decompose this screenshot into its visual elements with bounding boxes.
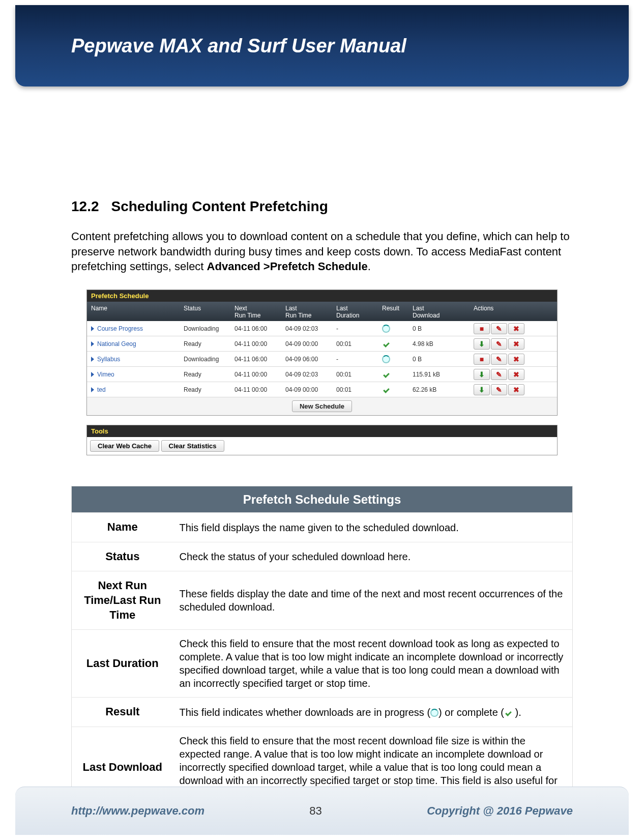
delete-button[interactable]: ✖ (508, 369, 524, 380)
tools-title: Tools (87, 425, 557, 437)
table-header-row: Name Status Next Run Time Last Run Time … (87, 302, 557, 321)
settings-row-runtime: Next Run Time/Last Run Time These fields… (72, 571, 573, 630)
delete-button[interactable]: ✖ (508, 354, 524, 365)
section-heading: 12.2Scheduling Content Prefetching (71, 198, 573, 215)
result-desc-pre: This field indicates whether downloads a… (180, 707, 431, 718)
delete-button[interactable]: ✖ (508, 384, 524, 395)
settings-desc: Check this field to ensure that the most… (173, 630, 573, 698)
settings-label: Next Run Time/Last Run Time (72, 571, 173, 630)
row-name-link[interactable]: National Geog (87, 340, 184, 347)
settings-label: Name (72, 513, 173, 542)
page-content: 12.2Scheduling Content Prefetching Conte… (0, 86, 644, 808)
stop-button[interactable]: ■ (474, 323, 490, 334)
table-row: tedReady04-11 00:0004-09 00:0000:0162.26… (87, 382, 557, 397)
row-status: Downloading (184, 356, 235, 363)
row-last-run: 04-09 02:03 (285, 325, 336, 332)
row-result (382, 340, 413, 348)
manual-title: Pepwave MAX and Surf User Manual (71, 35, 406, 57)
row-status: Downloading (184, 325, 235, 332)
table-row: VimeoReady04-11 00:0004-09 02:0300:01115… (87, 367, 557, 382)
expand-icon[interactable] (91, 387, 94, 392)
download-button[interactable]: ⬇ (474, 369, 490, 380)
delete-button[interactable]: ✖ (508, 338, 524, 350)
page-header: Pepwave MAX and Surf User Manual (15, 5, 629, 86)
col-status: Status (184, 305, 235, 319)
row-actions: ■✎✖ (474, 323, 540, 334)
panel-title: Prefetch Schedule (87, 290, 557, 302)
settings-table: Prefetch Schedule Settings Name This fie… (71, 486, 573, 808)
settings-desc: This field displays the name given to th… (173, 513, 573, 542)
new-schedule-row: New Schedule (87, 397, 557, 415)
row-last-download: 62.26 kB (413, 386, 474, 393)
row-result (382, 370, 413, 379)
col-last-download: Last Download (413, 305, 474, 319)
row-last-run: 04-09 06:00 (285, 356, 336, 363)
table-row: Course ProgressDownloading04-11 06:0004-… (87, 321, 557, 336)
stop-button[interactable]: ■ (474, 354, 490, 365)
row-duration: - (336, 325, 382, 332)
row-name-link[interactable]: ted (87, 386, 184, 393)
download-button[interactable]: ⬇ (474, 338, 490, 350)
in-progress-icon (430, 709, 438, 717)
row-duration: 00:01 (336, 340, 382, 347)
expand-icon[interactable] (91, 357, 94, 362)
col-last-run: Last Run Time (285, 305, 336, 319)
complete-icon (382, 340, 390, 348)
row-last-download: 115.91 kB (413, 371, 474, 378)
section-intro: Content prefetching allows you to downlo… (71, 229, 573, 274)
row-result (382, 325, 413, 333)
complete-icon (382, 370, 390, 379)
settings-desc: This field indicates whether downloads a… (173, 698, 573, 727)
row-actions: ⬇✎✖ (474, 369, 540, 380)
col-actions: Actions (474, 305, 540, 319)
settings-row-name: Name This field displays the name given … (72, 513, 573, 542)
edit-button[interactable]: ✎ (491, 369, 507, 380)
row-status: Ready (184, 386, 235, 393)
footer-copyright: Copyright @ 2016 Pepwave (427, 804, 573, 818)
expand-icon[interactable] (91, 326, 94, 331)
edit-button[interactable]: ✎ (491, 354, 507, 365)
row-last-download: 0 B (413, 325, 474, 332)
table-row: SyllabusDownloading04-11 06:0004-09 06:0… (87, 352, 557, 367)
settings-label: Last Duration (72, 630, 173, 698)
row-actions: ■✎✖ (474, 354, 540, 365)
row-last-download: 4.98 kB (413, 340, 474, 347)
edit-button[interactable]: ✎ (491, 384, 507, 395)
section-number: 12.2 (71, 198, 99, 214)
row-name-link[interactable]: Vimeo (87, 371, 184, 378)
expand-icon[interactable] (91, 341, 94, 346)
row-last-run: 04-09 02:03 (285, 371, 336, 378)
row-next-run: 04-11 06:00 (235, 356, 285, 363)
col-name: Name (87, 305, 184, 319)
settings-row-result: Result This field indicates whether down… (72, 698, 573, 727)
row-next-run: 04-11 00:00 (235, 371, 285, 378)
settings-row-status: Status Check the status of your schedule… (72, 542, 573, 571)
complete-icon (382, 386, 390, 394)
new-schedule-button[interactable]: New Schedule (292, 400, 352, 412)
row-name-link[interactable]: Syllabus (87, 356, 184, 363)
complete-icon (504, 709, 512, 717)
row-name-link[interactable]: Course Progress (87, 325, 184, 332)
row-result (382, 386, 413, 394)
clear-web-cache-button[interactable]: Clear Web Cache (90, 440, 159, 452)
delete-button[interactable]: ✖ (508, 323, 524, 334)
page-footer: http://www.pepwave.com 83 Copyright @ 20… (15, 787, 629, 835)
row-duration: - (336, 356, 382, 363)
clear-statistics-button[interactable]: Clear Statistics (161, 440, 224, 452)
footer-url: http://www.pepwave.com (71, 804, 204, 818)
row-duration: 00:01 (336, 386, 382, 393)
prefetch-schedule-panel: Prefetch Schedule Name Status Next Run T… (86, 289, 558, 416)
settings-table-header: Prefetch Schedule Settings (72, 486, 573, 513)
edit-button[interactable]: ✎ (491, 338, 507, 350)
row-last-download: 0 B (413, 356, 474, 363)
row-actions: ⬇✎✖ (474, 384, 540, 395)
edit-button[interactable]: ✎ (491, 323, 507, 334)
in-progress-icon (382, 355, 390, 363)
tools-panel: Tools Clear Web Cache Clear Statistics (86, 425, 558, 455)
settings-label: Status (72, 542, 173, 571)
settings-desc: Check the status of your scheduled downl… (173, 542, 573, 571)
expand-icon[interactable] (91, 372, 94, 377)
row-duration: 00:01 (336, 371, 382, 378)
intro-text-end: . (368, 260, 371, 273)
download-button[interactable]: ⬇ (474, 384, 490, 395)
